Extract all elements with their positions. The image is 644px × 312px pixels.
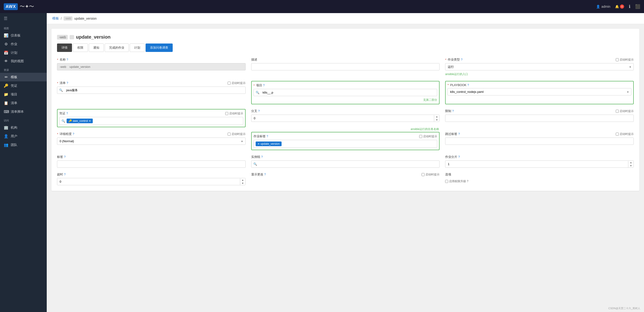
label-playbook: PLAYBOOK ? [448,83,469,87]
inventory-help-icon[interactable]: ? [66,81,68,85]
credentials-chip-remove[interactable]: ✕ [89,120,91,123]
myview-icon: 👁 [4,59,8,63]
tab-permissions[interactable]: 权限 [73,44,88,52]
credentials-chip-icon: 🔑 [68,119,72,123]
job-type-prompt: 启动时提示 [616,58,634,62]
job-slice-input[interactable] [446,161,628,167]
name-input[interactable] [57,63,246,70]
inventory-input[interactable] [65,87,245,94]
templates-icon: ✏ [4,75,8,79]
verbosity-prompt-checkbox[interactable] [228,133,231,136]
fork-spin-down[interactable]: ▼ [434,118,439,122]
sidebar-item-projects[interactable]: 📁 项目 [0,90,47,99]
job-tags-help-icon[interactable]: ? [266,135,268,138]
sidebar-item-dashboard[interactable]: 📊 仪表板 [0,31,47,40]
tab-bar: 详情 权限 通知 完成的作业 计划 添加问卷调查 [57,44,634,52]
job-slice-help-icon[interactable]: ? [458,155,460,159]
job-slice-spin-down[interactable]: ▼ [628,164,634,167]
inventory-prompt-checkbox[interactable] [228,82,231,85]
tab-completed-jobs[interactable]: 完成的作业 [105,44,129,52]
field-playbook: PLAYBOOK ? k8s_control_nodejs.yaml [445,81,634,104]
instance-groups-input[interactable] [259,161,440,167]
terminal-icon[interactable]: ⬛ [635,4,640,9]
info-icon[interactable]: ℹ [629,4,630,9]
tab-notifications[interactable]: 通知 [89,44,104,52]
main-content: 模板 / -web update_version -web update_ver… [47,13,644,312]
job-slice-spin-up[interactable]: ▲ [628,161,634,164]
sidebar-item-inventory-scripts[interactable]: ⌨ 清单脚本 [0,107,47,116]
privilege-escalation-checkbox[interactable] [445,180,448,183]
tab-schedule[interactable]: 计划 [130,44,145,52]
fork-spin-up[interactable]: ▲ [434,115,439,118]
verbosity-select-wrapper: 0 (Normal) [57,138,246,145]
sidebar-item-teams[interactable]: 👥 团队 [0,141,47,149]
limit-prompt-checkbox[interactable] [616,110,619,113]
project-annotation: 见第二部分 [254,98,438,102]
job-tags-input-area[interactable]: ✕ update_version [254,140,438,148]
verbosity-select[interactable]: 0 (Normal) [57,138,246,145]
topbar-left: AWX 〜✦〜 [4,3,34,10]
credentials-help-icon[interactable]: ? [66,112,68,115]
tags-input[interactable] [57,160,246,168]
field-description: 描述 [251,58,440,76]
playbook-select[interactable]: k8s_control_nodejs.yaml [448,88,632,95]
sidebar: ☰ 视图 📊 仪表板 ⚙ 作业 📅 计划 👁 我的视图 资源 ✏ 模板 🔑 凭证… [0,13,47,312]
playbook-select-wrapper: k8s_control_nodejs.yaml [448,88,632,95]
credentials-text-input[interactable] [94,119,241,123]
job-tags-chip-remove[interactable]: ✕ [258,142,260,145]
skip-tags-input[interactable] [445,138,634,145]
sidebar-item-organizations[interactable]: 🏢 机构 [0,123,47,132]
sidebar-item-credentials[interactable]: 🔑 凭证 [0,81,47,90]
job-type-prompt-checkbox[interactable] [616,58,619,61]
job-type-select[interactable]: 运行 [445,63,634,70]
credentials-input-area[interactable]: 🔍 🔑 awx_control ✕ [59,117,243,125]
hamburger-menu[interactable]: ☰ [0,13,47,24]
topbar: AWX 〜✦〜 👤 admin 🔔 0 ℹ ⬛ [0,0,644,13]
skip-tags-prompt-checkbox[interactable] [616,133,619,136]
topbar-user[interactable]: 👤 admin [596,5,610,9]
timeout-spin-down[interactable]: ▼ [240,182,245,185]
instance-groups-help-icon[interactable]: ? [261,155,263,159]
field-show-changes: 显示更改 ? 启动时提示 [251,172,440,185]
limit-help-icon[interactable]: ? [452,109,454,113]
show-changes-prompt-checkbox[interactable] [422,173,424,176]
sidebar-item-templates[interactable]: ✏ 模板 [0,73,47,81]
description-input[interactable] [251,63,440,70]
topbar-right: 👤 admin 🔔 0 ℹ ⬛ [596,4,640,9]
show-changes-help-icon[interactable]: ? [264,173,266,176]
skip-tags-help-icon[interactable]: ? [458,132,460,136]
sidebar-item-myview[interactable]: 👁 我的视图 [0,57,47,66]
topbar-bell[interactable]: 🔔 0 [615,5,624,9]
field-job-tags: ansible运行的任务名称 作业标签 ? 启动时提示 [251,132,440,150]
project-input[interactable] [261,89,437,96]
job-tags-text-input[interactable] [283,142,435,146]
sidebar-item-inventories[interactable]: 📋 清单 [0,99,47,107]
credentials-prompt-checkbox[interactable] [225,112,228,115]
timeout-spin-up[interactable]: ▲ [240,178,245,182]
sidebar-item-users[interactable]: 👤 用户 [0,132,47,141]
timeout-help-icon[interactable]: ? [64,173,66,176]
fork-input[interactable] [252,115,434,122]
tags-help-icon[interactable]: ? [64,155,66,159]
credentials-prompt: 启动时提示 [225,112,243,116]
timeout-input[interactable] [57,178,240,185]
fork-help-icon[interactable]: ? [258,109,260,113]
show-changes-toggle-wrapper [251,179,440,183]
name-help-icon[interactable]: ? [66,58,68,61]
tab-details[interactable]: 详情 [57,44,72,52]
privilege-escalation-help-icon[interactable]: ? [467,180,468,183]
breadcrumb-templates[interactable]: 模板 [52,16,59,21]
limit-input[interactable] [445,115,634,122]
sidebar-label-organizations: 机构 [11,126,17,130]
add-survey-button[interactable]: 添加问卷调查 [146,44,173,52]
job-type-annotation: ansible运行的入口 [445,72,634,76]
job-type-help-icon[interactable]: ? [461,58,462,61]
job-tags-prompt-checkbox[interactable] [419,135,422,138]
project-help-icon[interactable]: ? [263,84,265,87]
projects-icon: 📁 [4,92,8,97]
sidebar-item-schedule[interactable]: 📅 计划 [0,49,47,57]
sidebar-item-jobs[interactable]: ⚙ 作业 [0,40,47,49]
label-job-tags: 作业标签 ? [254,134,268,138]
verbosity-help-icon[interactable]: ? [73,132,74,136]
playbook-help-icon[interactable]: ? [467,84,469,87]
